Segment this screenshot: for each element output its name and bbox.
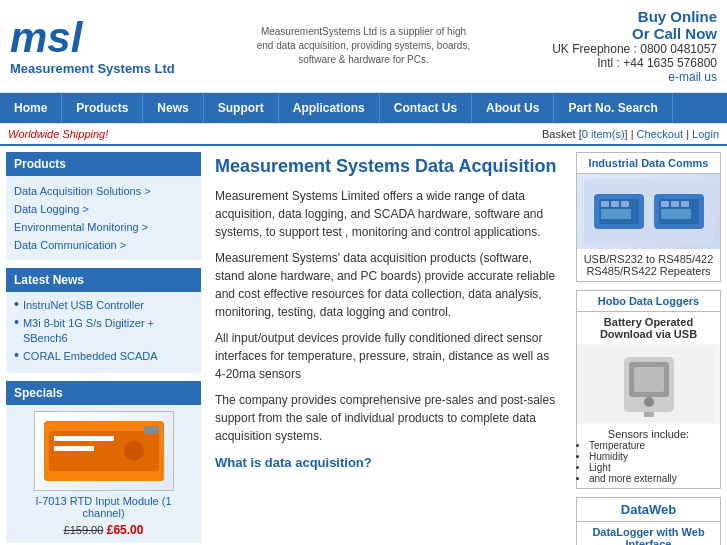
svg-rect-3 <box>54 446 94 451</box>
svg-rect-12 <box>601 209 631 219</box>
main-title: Measurement Systems Data Acquisition <box>215 156 562 177</box>
price-old: £159.00 <box>64 524 104 536</box>
svg-rect-17 <box>681 201 689 207</box>
sensor-temperature: Temperature <box>589 440 716 451</box>
page-header: msl Measurement Systems Ltd MeasurementS… <box>0 0 727 93</box>
buy-online-label: Buy Online <box>552 8 717 25</box>
paragraph-2: Measurement Systems' data acquisition pr… <box>215 249 562 321</box>
paragraph-4: The company provides comprehensive pre-s… <box>215 391 562 445</box>
svg-point-23 <box>644 397 654 407</box>
or-call-label: Or Call Now <box>552 25 717 42</box>
navbar: Home Products News Support Applications … <box>0 93 727 123</box>
nav-contact-us[interactable]: Contact Us <box>380 93 472 123</box>
hobo-loggers-box: Hobo Data Loggers Battery Operated Downl… <box>576 290 721 489</box>
sensors-label: Sensors include: <box>581 428 716 440</box>
svg-rect-15 <box>661 201 669 207</box>
dataweb-box: DataWeb DataLogger with Web Interface <box>576 497 721 545</box>
news-link-1[interactable]: InstruNet USB Controller <box>23 298 144 312</box>
intl-phone: Intl : +44 1635 576800 <box>552 56 717 70</box>
nav-about-us[interactable]: About Us <box>472 93 554 123</box>
industrial-comms-image <box>577 174 720 249</box>
hobo-image <box>577 344 720 424</box>
svg-rect-22 <box>634 367 664 392</box>
what-is-title: What is data acquisition? <box>215 455 562 470</box>
left-sidebar: Products Data Acquisition Solutions > Da… <box>6 152 201 545</box>
contact-info: Buy Online Or Call Now UK Freephone : 08… <box>552 8 717 84</box>
logo: msl <box>10 17 82 59</box>
login-link[interactable]: Login <box>692 128 719 140</box>
dataweb-title: DataWeb <box>577 498 720 522</box>
latest-news-header: Latest News <box>6 268 201 292</box>
link-data-acquisition[interactable]: Data Acquisition Solutions > <box>14 182 193 200</box>
hobo-subtitle: Battery Operated Download via USB <box>577 312 720 344</box>
products-links: Data Acquisition Solutions > Data Loggin… <box>6 176 201 260</box>
specials-section: Specials I-7013 RTD Input Mod <box>6 381 201 543</box>
bullet-icon: • <box>14 296 19 312</box>
news-link-2[interactable]: M3i 8-bit 1G S/s Digitizer + SBench6 <box>23 316 193 345</box>
specials-content: I-7013 RTD Input Module (1 channel) £159… <box>6 405 201 543</box>
news-list: • InstruNet USB Controller • M3i 8-bit 1… <box>6 292 201 373</box>
logo-area: msl Measurement Systems Ltd <box>10 17 175 76</box>
hobo-subtitle-bold: Battery Operated Download via USB <box>581 316 716 340</box>
latest-news-section: Latest News • InstruNet USB Controller •… <box>6 268 201 373</box>
svg-rect-10 <box>611 201 619 207</box>
news-link-3[interactable]: CORAL Embedded SCADA <box>23 349 158 363</box>
company-name: Measurement Systems Ltd <box>10 61 175 76</box>
shipping-bar: Worldwide Shipping! Basket [0 item(s)] |… <box>0 123 727 146</box>
dataweb-subtitle: DataLogger with Web Interface <box>577 522 720 545</box>
sensors-list: Temperature Humidity Light and more exte… <box>581 440 716 484</box>
nav-part-search[interactable]: Part No. Search <box>554 93 672 123</box>
bullet-icon: • <box>14 347 19 363</box>
svg-rect-18 <box>661 209 691 219</box>
main-body: Measurement Systems Limited offers a wid… <box>215 187 562 470</box>
center-content: Measurement Systems Data Acquisition Mea… <box>207 152 570 545</box>
hobo-title: Hobo Data Loggers <box>577 291 720 312</box>
nav-products[interactable]: Products <box>62 93 143 123</box>
news-item-2: • M3i 8-bit 1G S/s Digitizer + SBench6 <box>14 316 193 345</box>
products-section: Products Data Acquisition Solutions > Da… <box>6 152 201 260</box>
link-data-logging[interactable]: Data Logging > <box>14 200 193 218</box>
industrial-comms-title: Industrial Data Comms <box>577 153 720 174</box>
svg-rect-5 <box>144 426 159 434</box>
sensor-more: and more externally <box>589 473 716 484</box>
link-environmental[interactable]: Environmental Monitoring > <box>14 218 193 236</box>
price-new: £65.00 <box>107 523 144 537</box>
basket-label: Basket <box>542 128 576 140</box>
tagline: MeasurementSystems Ltd is a supplier of … <box>253 25 473 67</box>
news-item-3: • CORAL Embedded SCADA <box>14 349 193 363</box>
specials-product-image <box>34 411 174 491</box>
industrial-comms-subtitle: USB/RS232 to RS485/422 RS485/RS422 Repea… <box>577 249 720 281</box>
nav-home[interactable]: Home <box>0 93 62 123</box>
price-row: £159.00 £65.00 <box>14 523 193 537</box>
sensor-light: Light <box>589 462 716 473</box>
sensors-include: Sensors include: Temperature Humidity Li… <box>577 424 720 488</box>
industrial-comms-box: Industrial Data Comms <box>576 152 721 282</box>
specials-product-name: I-7013 RTD Input Module (1 channel) <box>14 495 193 519</box>
specials-header: Specials <box>6 381 201 405</box>
email-link[interactable]: e-mail us <box>552 70 717 84</box>
nav-news[interactable]: News <box>143 93 203 123</box>
nav-support[interactable]: Support <box>204 93 279 123</box>
right-sidebar: Industrial Data Comms <box>576 152 721 545</box>
paragraph-1: Measurement Systems Limited offers a wid… <box>215 187 562 241</box>
basket-count-link[interactable]: 0 item(s) <box>582 128 625 140</box>
product-image-placeholder <box>44 421 164 481</box>
products-header: Products <box>6 152 201 176</box>
svg-rect-24 <box>644 412 654 417</box>
basket-area: Basket [0 item(s)] | Checkout | Login <box>542 128 719 140</box>
bullet-icon: • <box>14 314 19 330</box>
uk-freephone: UK Freephone : 0800 0481057 <box>552 42 717 56</box>
svg-rect-16 <box>671 201 679 207</box>
svg-rect-9 <box>601 201 609 207</box>
paragraph-3: All input/output devices provide fully c… <box>215 329 562 383</box>
svg-rect-2 <box>54 436 114 441</box>
svg-rect-11 <box>621 201 629 207</box>
news-item-1: • InstruNet USB Controller <box>14 298 193 312</box>
nav-applications[interactable]: Applications <box>279 93 380 123</box>
link-data-comms[interactable]: Data Communication > <box>14 236 193 254</box>
checkout-link[interactable]: Checkout <box>637 128 683 140</box>
dataweb-subtitle-text: DataLogger with Web Interface <box>581 526 716 545</box>
main-content-area: Products Data Acquisition Solutions > Da… <box>0 146 727 545</box>
sensor-humidity: Humidity <box>589 451 716 462</box>
shipping-text: Worldwide Shipping! <box>8 128 108 140</box>
